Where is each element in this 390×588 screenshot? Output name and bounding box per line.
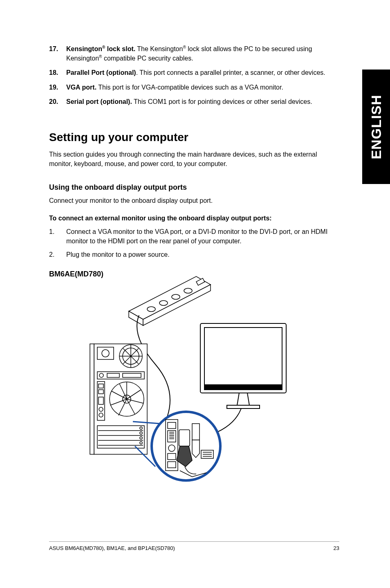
item-number: 19. — [49, 83, 66, 92]
svg-point-4 — [159, 301, 168, 305]
item-text: VGA port. This port is for VGA-compatibl… — [66, 83, 339, 92]
svg-rect-25 — [123, 373, 141, 377]
item-number: 17. — [49, 44, 66, 63]
svg-rect-29 — [99, 397, 103, 404]
svg-rect-34 — [97, 426, 144, 448]
svg-rect-57 — [179, 430, 190, 446]
spec-item-20: 20. Serial port (optional). This COM1 po… — [49, 97, 339, 106]
svg-rect-13 — [90, 344, 94, 454]
svg-rect-24 — [107, 373, 119, 377]
spec-item-18: 18. Parallel Port (optional). This port … — [49, 68, 339, 77]
section-title: Setting up your computer — [49, 131, 339, 144]
svg-rect-27 — [99, 384, 103, 388]
svg-rect-10 — [204, 386, 282, 390]
diagram-svg — [69, 274, 290, 483]
to-connect-heading: To connect an external monitor using the… — [49, 215, 339, 222]
language-label: ENGLISH — [368, 94, 384, 159]
svg-point-41 — [140, 437, 142, 439]
svg-point-6 — [184, 288, 192, 293]
item-number: 20. — [49, 97, 66, 106]
spec-item-17: 17. Kensington® lock slot. The Kensingto… — [49, 44, 339, 63]
step-1: 1. Connect a VGA monitor to the VGA port… — [49, 227, 339, 246]
sub-heading: Using the onboard display output ports — [49, 183, 339, 192]
sub-paragraph: Connect your monitor to the onboard disp… — [49, 196, 339, 205]
svg-marker-60 — [192, 440, 199, 458]
step-number: 1. — [49, 227, 66, 246]
svg-point-42 — [140, 442, 142, 444]
footer-left: ASUS BM6AE(MD780), BM1AE, and BP1AE(SD78… — [49, 545, 175, 551]
item-number: 18. — [49, 68, 66, 77]
step-2: 2. Plug the monitor to a power source. — [49, 250, 339, 259]
section-paragraph: This section guides you through connecti… — [49, 150, 339, 168]
svg-point-3 — [147, 307, 155, 312]
step-number: 2. — [49, 250, 66, 259]
step-text: Connect a VGA monitor to the VGA port, o… — [66, 227, 339, 246]
item-text: Parallel Port (optional). This port conn… — [66, 68, 339, 77]
svg-rect-47 — [168, 422, 176, 429]
svg-rect-56 — [168, 462, 176, 468]
svg-point-5 — [172, 294, 180, 299]
main-content: 17. Kensington® lock slot. The Kensingto… — [49, 44, 339, 483]
spec-item-19: 19. VGA port. This port is for VGA-compa… — [49, 83, 339, 92]
svg-point-39 — [140, 427, 142, 429]
svg-point-40 — [140, 432, 142, 434]
svg-point-30 — [99, 407, 103, 411]
page-footer: ASUS BM6AE(MD780), BM1AE, and BP1AE(SD78… — [49, 541, 339, 551]
step-text: Plug the monitor to a power source. — [66, 250, 339, 259]
footer-page-number: 23 — [334, 545, 339, 551]
language-tab: ENGLISH — [362, 70, 390, 184]
svg-rect-11 — [227, 405, 260, 408]
item-text: Kensington® lock slot. The Kensington® l… — [66, 44, 339, 63]
svg-point-54 — [168, 445, 175, 451]
svg-rect-9 — [204, 328, 282, 385]
svg-rect-55 — [168, 453, 176, 460]
item-text: Serial port (optional). This COM1 port i… — [66, 97, 339, 106]
svg-rect-28 — [99, 390, 103, 394]
svg-point-23 — [99, 373, 103, 377]
svg-point-31 — [99, 413, 103, 417]
connection-diagram — [69, 274, 290, 483]
svg-point-15 — [102, 350, 109, 357]
svg-rect-59 — [192, 424, 199, 440]
